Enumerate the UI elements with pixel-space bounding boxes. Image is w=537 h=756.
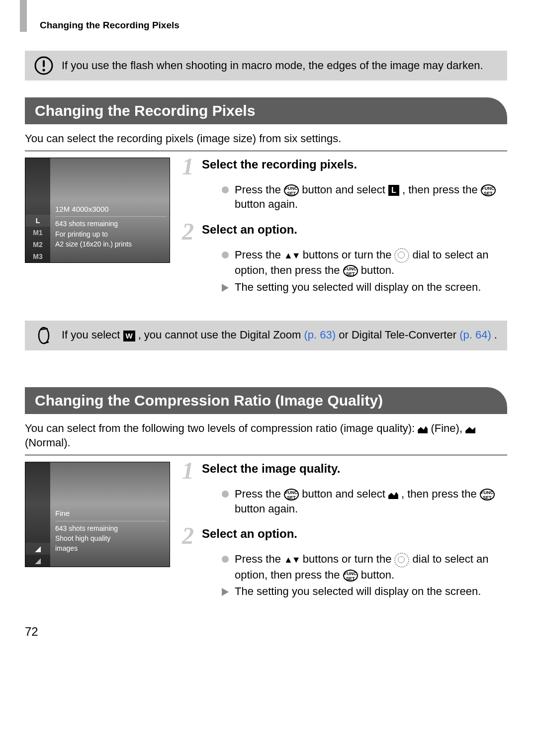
lcd-normal-icon: ◢	[25, 555, 50, 567]
lcd-line: Shoot high quality	[55, 533, 167, 543]
size-L-icon: L	[388, 185, 399, 196]
lcd-line: A2 size (16x20 in.) prints	[55, 239, 167, 249]
step2-result: The setting you selected will display on…	[222, 280, 507, 295]
step-1: 1 Select the recording pixels. Press the…	[185, 158, 507, 212]
up-down-icon: ▲▼	[284, 250, 300, 261]
warning-callout: If you use the flash when shooting in ma…	[25, 51, 507, 81]
control-dial-icon	[394, 248, 409, 263]
func-set-icon: FUNCSET	[284, 184, 299, 196]
lcd-side-item: M1	[25, 227, 50, 239]
warning-icon	[34, 56, 56, 76]
step1-body: Press the FUNCSET button and select , th…	[222, 487, 507, 516]
step2-title: Select an option.	[202, 527, 507, 541]
size-W-icon: W	[123, 331, 135, 341]
section1-intro: You can select the recording pixels (ima…	[25, 131, 507, 146]
lcd-line: 643 shots remaining	[55, 523, 167, 533]
control-dial-icon	[394, 553, 409, 568]
step-2: 2 Select an option. Press the ▲▼ buttons…	[185, 527, 507, 599]
step-number-icon: 2	[182, 522, 194, 549]
svg-point-2	[42, 69, 45, 71]
note-text: If you select W , you cannot use the Dig…	[62, 328, 497, 342]
normal-quality-icon	[465, 424, 475, 433]
up-down-icon: ▲▼	[284, 554, 300, 566]
func-set-icon: FUNCSET	[343, 570, 358, 582]
step-2: 2 Select an option. Press the ▲▼ buttons…	[185, 223, 507, 295]
step2-body: Press the ▲▼ buttons or turn the dial to…	[222, 552, 507, 582]
lcd-line: images	[55, 543, 167, 553]
running-head: Changing the Recording Pixels	[40, 20, 507, 31]
step1-title: Select the image quality.	[202, 462, 507, 476]
page-ref-link[interactable]: (p. 64)	[459, 329, 491, 341]
step1-body: Press the FUNCSET button and select L , …	[222, 182, 507, 212]
step2-result: The setting you selected will display on…	[222, 584, 507, 599]
step1-title: Select the recording pixels.	[202, 158, 507, 171]
svg-line-5	[44, 342, 49, 343]
lcd-screenshot-2: ◢ ◢ Fine 643 shots remaining Shoot high …	[25, 462, 170, 610]
fine-quality-icon	[418, 424, 428, 433]
section2-body: ◢ ◢ Fine 643 shots remaining Shoot high …	[25, 462, 507, 610]
warning-text: If you use the flash when shooting in ma…	[62, 59, 483, 73]
section-heading-compression: Changing the Compression Ratio (Image Qu…	[25, 387, 507, 414]
divider	[25, 150, 507, 152]
section-heading-pixels: Changing the Recording Pixels	[25, 97, 507, 124]
fine-quality-icon	[388, 490, 398, 499]
manual-page: Changing the Recording Pixels If you use…	[0, 0, 537, 659]
svg-point-3	[39, 328, 49, 343]
step-1: 1 Select the image quality. Press the FU…	[185, 462, 507, 516]
lcd-side-item: M3	[25, 251, 50, 262]
lcd-side-item: M2	[25, 239, 50, 251]
note-callout: If you select W , you cannot use the Dig…	[25, 321, 507, 350]
lcd-title: 12M 4000x3000	[55, 204, 167, 217]
divider	[25, 454, 507, 456]
section1-body: L M1 M2 M3 12M 4000x3000 643 shots remai…	[25, 158, 507, 306]
lcd-screenshot-1: L M1 M2 M3 12M 4000x3000 643 shots remai…	[25, 158, 170, 306]
side-tab-marker	[20, 0, 27, 32]
section2-intro: You can select from the following two le…	[25, 421, 507, 450]
func-set-icon: FUNCSET	[343, 265, 358, 277]
step-number-icon: 2	[182, 218, 194, 245]
page-ref-link[interactable]: (p. 63)	[304, 329, 336, 341]
lcd-fine-icon: ◢	[25, 543, 50, 555]
lcd-line: 643 shots remaining	[55, 219, 167, 229]
page-number: 72	[25, 625, 507, 639]
note-icon	[34, 326, 56, 345]
lcd-side-item: L	[25, 215, 50, 227]
func-set-icon: FUNCSET	[481, 184, 496, 196]
svg-rect-1	[43, 60, 45, 67]
step-number-icon: 1	[182, 457, 194, 484]
func-set-icon: FUNCSET	[480, 489, 495, 501]
lcd-title: Fine	[55, 508, 167, 521]
lcd-line: For printing up to	[55, 229, 167, 239]
step2-title: Select an option.	[202, 223, 507, 237]
step-number-icon: 1	[182, 153, 194, 180]
func-set-icon: FUNCSET	[284, 489, 299, 501]
step2-body: Press the ▲▼ buttons or turn the dial to…	[222, 248, 507, 278]
